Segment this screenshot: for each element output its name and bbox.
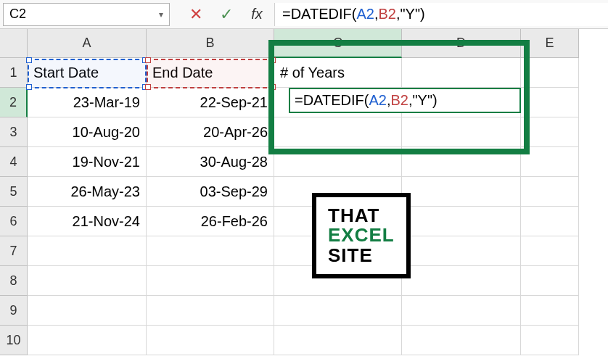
row-header-3[interactable]: 3 (0, 117, 28, 147)
logo-line3: SITE (328, 246, 395, 265)
col-header-D[interactable]: D (402, 29, 521, 58)
cell-A1[interactable]: Start Date (28, 58, 147, 88)
cell-E1[interactable] (521, 58, 579, 88)
cell-B1[interactable]: End Date (147, 58, 274, 88)
active-cell-edit[interactable]: =DATEDIF(A2,B2,"Y") (289, 88, 521, 113)
cell-C4[interactable] (274, 147, 402, 177)
cell-E8[interactable] (521, 266, 579, 296)
cell-C9[interactable] (274, 296, 402, 326)
cell-D8[interactable] (402, 266, 521, 296)
formula-text-prefix: =DATEDIF( (282, 6, 356, 22)
cell-E3[interactable] (521, 117, 579, 147)
row-header-10[interactable]: 10 (0, 326, 28, 355)
cell-E7[interactable] (521, 236, 579, 266)
cell-E9[interactable] (521, 296, 579, 326)
cell-B3[interactable]: 20-Apr-26 (147, 117, 274, 147)
cell-A5[interactable]: 26-May-23 (28, 177, 147, 207)
name-box-value: C2 (9, 7, 26, 22)
row-header-2[interactable]: 2 (0, 88, 28, 117)
cell-B10[interactable] (147, 326, 274, 355)
cell-C3[interactable] (274, 117, 402, 147)
cell-A7[interactable] (28, 236, 147, 266)
logo-line1: THAT (328, 206, 395, 226)
col-header-B[interactable]: B (147, 29, 274, 58)
cell-E4[interactable] (521, 147, 579, 177)
col-header-C[interactable]: C (274, 29, 402, 58)
cell-D6[interactable] (402, 207, 521, 236)
edit-ref-a2: A2 (369, 92, 386, 109)
name-box[interactable]: C2 ▾ (3, 3, 170, 26)
formula-suffix: ,"Y") (396, 6, 425, 22)
cell-E5[interactable] (521, 177, 579, 207)
cell-A3[interactable]: 10-Aug-20 (28, 117, 147, 147)
cell-D9[interactable] (402, 296, 521, 326)
row-header-5[interactable]: 5 (0, 177, 28, 207)
cancel-icon[interactable]: ✕ (187, 6, 205, 23)
logo-line2: EXCEL (328, 226, 395, 245)
formula-ref-a2: A2 (356, 6, 374, 22)
col-header-E[interactable]: E (521, 29, 579, 58)
select-all-corner[interactable] (0, 29, 28, 58)
col-header-A[interactable]: A (28, 29, 147, 58)
cell-A2[interactable]: 23-Mar-19 (28, 88, 147, 117)
row-header-4[interactable]: 4 (0, 147, 28, 177)
row-header-7[interactable]: 7 (0, 236, 28, 266)
cell-B8[interactable] (147, 266, 274, 296)
edit-ref-b2: B2 (390, 92, 408, 109)
formula-bar: C2 ▾ ✕ ✓ fx =DATEDIF(A2,B2,"Y") (0, 0, 608, 29)
cell-D5[interactable] (402, 177, 521, 207)
accept-icon[interactable]: ✓ (218, 6, 235, 23)
row-header-9[interactable]: 9 (0, 296, 28, 326)
column-headers: A B C D E (28, 29, 579, 58)
formula-bar-buttons: ✕ ✓ fx (173, 6, 274, 23)
cell-B6[interactable]: 26-Feb-26 (147, 207, 274, 236)
formula-input[interactable]: =DATEDIF(A2,B2,"Y") (274, 3, 608, 26)
cell-A4[interactable]: 19-Nov-21 (28, 147, 147, 177)
cell-B7[interactable] (147, 236, 274, 266)
row-headers: 1 2 3 4 5 6 7 8 9 10 (0, 58, 28, 355)
fx-icon[interactable]: fx (248, 6, 266, 23)
cell-D3[interactable] (402, 117, 521, 147)
cell-A8[interactable] (28, 266, 147, 296)
logo-watermark: THAT EXCEL SITE (312, 193, 411, 278)
cell-D1[interactable] (402, 58, 521, 88)
row-header-6[interactable]: 6 (0, 207, 28, 236)
formula-ref-b2: B2 (378, 6, 395, 22)
edit-suffix: ,"Y") (408, 92, 437, 109)
cell-E6[interactable] (521, 207, 579, 236)
cell-B2[interactable]: 22-Sep-21 (147, 88, 274, 117)
cell-A10[interactable] (28, 326, 147, 355)
cell-B4[interactable]: 30-Aug-28 (147, 147, 274, 177)
cell-E10[interactable] (521, 326, 579, 355)
cell-B9[interactable] (147, 296, 274, 326)
cell-C10[interactable] (274, 326, 402, 355)
cell-A6[interactable]: 21-Nov-24 (28, 207, 147, 236)
row-header-1[interactable]: 1 (0, 58, 28, 88)
cell-D10[interactable] (402, 326, 521, 355)
cell-B5[interactable]: 03-Sep-29 (147, 177, 274, 207)
cell-A9[interactable] (28, 296, 147, 326)
cell-D4[interactable] (402, 147, 521, 177)
chevron-down-icon[interactable]: ▾ (159, 9, 163, 20)
cell-D7[interactable] (402, 236, 521, 266)
edit-prefix: =DATEDIF( (295, 92, 369, 109)
cell-C1[interactable]: # of Years (274, 58, 402, 88)
row-header-8[interactable]: 8 (0, 266, 28, 296)
cell-E2[interactable] (521, 88, 579, 117)
